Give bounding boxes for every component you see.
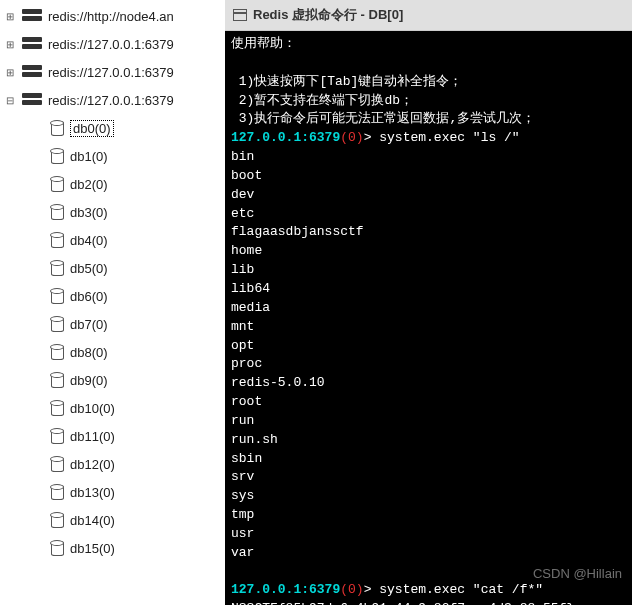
tree-connector bbox=[32, 178, 44, 190]
db-row[interactable]: db4(0) bbox=[0, 226, 225, 254]
db-label: db0(0) bbox=[70, 120, 114, 137]
db-label: db10(0) bbox=[70, 401, 115, 416]
db-label: db11(0) bbox=[70, 429, 115, 444]
database-icon bbox=[48, 147, 66, 165]
server-icon bbox=[20, 7, 44, 25]
db-row[interactable]: db0(0) bbox=[0, 114, 225, 142]
server-label: redis://127.0.0.1:6379 bbox=[48, 65, 174, 80]
database-icon bbox=[48, 399, 66, 417]
database-icon bbox=[48, 483, 66, 501]
expand-icon[interactable]: ⊞ bbox=[4, 38, 16, 50]
db-row[interactable]: db12(0) bbox=[0, 450, 225, 478]
database-icon bbox=[48, 539, 66, 557]
db-row[interactable]: db3(0) bbox=[0, 198, 225, 226]
tree-connector bbox=[32, 346, 44, 358]
console[interactable]: 使用帮助： 1)快速按两下[Tab]键自动补全指令； 2)暂不支持在终端下切换d… bbox=[225, 31, 632, 605]
db-label: db1(0) bbox=[70, 149, 108, 164]
db-row[interactable]: db6(0) bbox=[0, 282, 225, 310]
tree-connector bbox=[32, 234, 44, 246]
database-icon bbox=[48, 511, 66, 529]
database-icon bbox=[48, 231, 66, 249]
window-icon bbox=[233, 9, 247, 21]
tree-connector bbox=[32, 150, 44, 162]
db-label: db2(0) bbox=[70, 177, 108, 192]
db-row[interactable]: db2(0) bbox=[0, 170, 225, 198]
database-icon bbox=[48, 119, 66, 137]
server-icon bbox=[20, 91, 44, 109]
tree-connector bbox=[32, 262, 44, 274]
server-row[interactable]: ⊟redis://127.0.0.1:6379 bbox=[0, 86, 225, 114]
tree-connector bbox=[32, 122, 44, 134]
database-icon bbox=[48, 427, 66, 445]
database-icon bbox=[48, 455, 66, 473]
database-icon bbox=[48, 371, 66, 389]
tree-connector bbox=[32, 402, 44, 414]
tree-connector bbox=[32, 374, 44, 386]
server-label: redis://127.0.0.1:6379 bbox=[48, 37, 174, 52]
title-bar: Redis 虚拟命令行 - DB[0] bbox=[225, 0, 632, 31]
db-label: db12(0) bbox=[70, 457, 115, 472]
tree-connector bbox=[32, 206, 44, 218]
main-panel: Redis 虚拟命令行 - DB[0] 使用帮助： 1)快速按两下[Tab]键自… bbox=[225, 0, 632, 605]
db-label: db13(0) bbox=[70, 485, 115, 500]
expand-icon[interactable]: ⊞ bbox=[4, 66, 16, 78]
db-row[interactable]: db7(0) bbox=[0, 310, 225, 338]
db-label: db3(0) bbox=[70, 205, 108, 220]
server-row[interactable]: ⊞redis://http://node4.an bbox=[0, 2, 225, 30]
database-icon bbox=[48, 203, 66, 221]
database-icon bbox=[48, 343, 66, 361]
db-label: db7(0) bbox=[70, 317, 108, 332]
db-row[interactable]: db5(0) bbox=[0, 254, 225, 282]
console-title: Redis 虚拟命令行 - DB[0] bbox=[253, 6, 403, 24]
database-icon bbox=[48, 175, 66, 193]
server-label: redis://127.0.0.1:6379 bbox=[48, 93, 174, 108]
db-label: db6(0) bbox=[70, 289, 108, 304]
tree-connector bbox=[32, 430, 44, 442]
server-row[interactable]: ⊞redis://127.0.0.1:6379 bbox=[0, 58, 225, 86]
db-row[interactable]: db1(0) bbox=[0, 142, 225, 170]
db-label: db5(0) bbox=[70, 261, 108, 276]
tree-connector bbox=[32, 486, 44, 498]
sidebar: ⊞redis://http://node4.an⊞redis://127.0.0… bbox=[0, 0, 225, 605]
db-row[interactable]: db8(0) bbox=[0, 338, 225, 366]
server-label: redis://http://node4.an bbox=[48, 9, 174, 24]
tree-connector bbox=[32, 542, 44, 554]
db-row[interactable]: db14(0) bbox=[0, 506, 225, 534]
db-row[interactable]: db10(0) bbox=[0, 394, 225, 422]
server-row[interactable]: ⊞redis://127.0.0.1:6379 bbox=[0, 30, 225, 58]
db-label: db8(0) bbox=[70, 345, 108, 360]
server-icon bbox=[20, 63, 44, 81]
db-row[interactable]: db9(0) bbox=[0, 366, 225, 394]
tree-connector bbox=[32, 318, 44, 330]
tree-connector bbox=[32, 458, 44, 470]
db-label: db14(0) bbox=[70, 513, 115, 528]
db-label: db9(0) bbox=[70, 373, 108, 388]
db-label: db4(0) bbox=[70, 233, 108, 248]
server-icon bbox=[20, 35, 44, 53]
database-icon bbox=[48, 259, 66, 277]
database-icon bbox=[48, 287, 66, 305]
db-row[interactable]: db11(0) bbox=[0, 422, 225, 450]
collapse-icon[interactable]: ⊟ bbox=[4, 94, 16, 106]
db-label: db15(0) bbox=[70, 541, 115, 556]
database-icon bbox=[48, 315, 66, 333]
db-row[interactable]: db15(0) bbox=[0, 534, 225, 562]
tree-connector bbox=[32, 290, 44, 302]
expand-icon[interactable]: ⊞ bbox=[4, 10, 16, 22]
db-row[interactable]: db13(0) bbox=[0, 478, 225, 506]
tree-connector bbox=[32, 514, 44, 526]
